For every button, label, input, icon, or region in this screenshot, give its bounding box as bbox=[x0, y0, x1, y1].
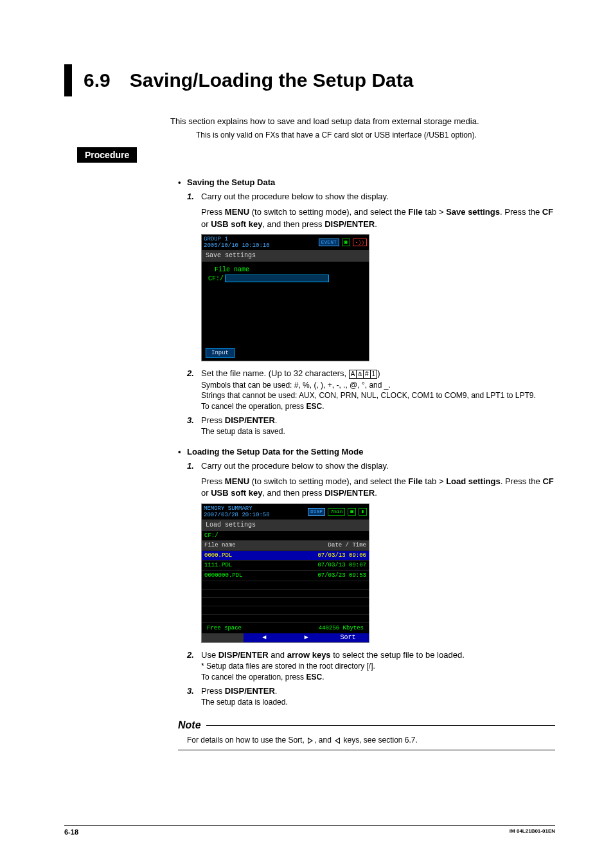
ss-col-filename: File name bbox=[204, 541, 236, 550]
ss-col-datetime: Date / Time bbox=[328, 541, 366, 550]
event-icon: EVENT bbox=[319, 239, 339, 246]
ss-title: Save settings bbox=[202, 250, 369, 262]
file-row[interactable]: 1111.PDL07/03/13 09:07 bbox=[202, 560, 369, 570]
note-end-line bbox=[178, 750, 555, 750]
load-settings-screenshot: MEMORY SUMMARY 2007/03/28 20:10:58 DISP … bbox=[201, 503, 369, 644]
ss-path: CF:/ bbox=[204, 532, 218, 540]
page-number: 6-18 bbox=[64, 828, 78, 836]
nav-left[interactable]: ◄ bbox=[244, 633, 285, 642]
procedure-label: Procedure bbox=[77, 147, 137, 163]
battery-icon: ▮ bbox=[359, 508, 367, 516]
alarm-icon: •)) bbox=[353, 239, 367, 246]
time-icon: 7min bbox=[328, 508, 345, 516]
step-number: 2. bbox=[187, 649, 201, 683]
saving-step2-strings: Strings that cannot be used: AUX, CON, P… bbox=[201, 390, 555, 401]
heading-number: 6.9 bbox=[84, 69, 111, 91]
saving-step3: Press DISP/ENTER. bbox=[201, 415, 555, 426]
step-number: 3. bbox=[187, 415, 201, 437]
saving-step1-detail: Press MENU (to switch to setting mode), … bbox=[201, 206, 555, 230]
saving-step2: Set the file name. (Up to 32 characters,… bbox=[201, 368, 555, 379]
loading-step3-note: The setup data is loaded. bbox=[201, 697, 555, 708]
note-body: For details on how to use the Sort, , an… bbox=[178, 735, 555, 746]
camera-icon: ◙ bbox=[348, 508, 356, 516]
note-heading: Note bbox=[178, 718, 555, 732]
disp-icon: DISP bbox=[308, 508, 325, 516]
ss-title: Load settings bbox=[202, 520, 369, 531]
loading-step1-detail: Press MENU (to switch to setting mode), … bbox=[201, 476, 555, 499]
ss-free-label: Free space bbox=[207, 624, 242, 633]
nav-right[interactable]: ► bbox=[285, 633, 327, 642]
ss-path: CF:/ bbox=[208, 275, 224, 282]
loading-step2-cancel: To cancel the operation, press ESC. bbox=[201, 672, 555, 683]
ss-input-button[interactable]: Input bbox=[206, 348, 235, 359]
intro-subtext: This is only valid on FXs that have a CF… bbox=[196, 130, 555, 141]
loading-step1: Carry out the procedure below to show th… bbox=[201, 460, 555, 472]
step-number: 2. bbox=[187, 368, 201, 412]
loading-title: Loading the Setup Data for the Setting M… bbox=[187, 446, 363, 458]
triangle-left-icon bbox=[335, 737, 340, 744]
loading-step2-note: * Setup data files are stored in the roo… bbox=[201, 661, 555, 672]
file-row[interactable]: 0000.PDL07/03/13 09:06 bbox=[202, 550, 369, 561]
ss-filename-input[interactable] bbox=[225, 275, 329, 282]
heading-bar bbox=[64, 64, 72, 96]
doc-id: IM 04L21B01-01EN bbox=[510, 828, 555, 836]
char-mode-box: Aa#1 bbox=[349, 370, 377, 379]
step-number: 1. bbox=[187, 460, 201, 472]
nav-sort[interactable]: Sort bbox=[327, 633, 369, 642]
section-heading: 6.9 Saving/Loading the Setup Data bbox=[64, 64, 555, 96]
saving-step2-symbols: Symbols that can be used: #, %, (, ), +,… bbox=[201, 380, 555, 391]
nav-blank bbox=[202, 633, 244, 642]
step-number: 3. bbox=[187, 685, 201, 708]
step-number: 1. bbox=[187, 191, 201, 203]
saving-step2-cancel: To cancel the operation, press ESC. bbox=[201, 401, 555, 412]
page-footer: 6-18 IM 04L21B01-01EN bbox=[64, 825, 555, 836]
loading-step2: Use DISP/ENTER and arrow keys to select … bbox=[201, 649, 555, 661]
bullet-icon: • bbox=[178, 177, 187, 188]
camera-icon: ◙ bbox=[342, 239, 350, 246]
saving-step1: Carry out the procedure below to show th… bbox=[201, 191, 555, 203]
saving-title: Saving the Setup Data bbox=[187, 177, 275, 188]
saving-step3-note: The setup data is saved. bbox=[201, 426, 555, 437]
file-row[interactable]: 0000000.PDL07/03/23 09:53 bbox=[202, 570, 369, 581]
bullet-icon: • bbox=[178, 446, 187, 458]
triangle-right-icon bbox=[308, 737, 313, 744]
save-settings-screenshot: GROUP 1 2005/10/10 10:10:10 EVENT ◙ •)) … bbox=[201, 234, 369, 362]
ss-free-value: 440256 Kbytes bbox=[319, 624, 364, 633]
heading-title: Saving/Loading the Setup Data bbox=[130, 69, 414, 91]
loading-step3: Press DISP/ENTER. bbox=[201, 685, 555, 697]
ss-filename-label: File name bbox=[215, 266, 362, 275]
intro-text: This section explains how to save and lo… bbox=[170, 116, 555, 127]
